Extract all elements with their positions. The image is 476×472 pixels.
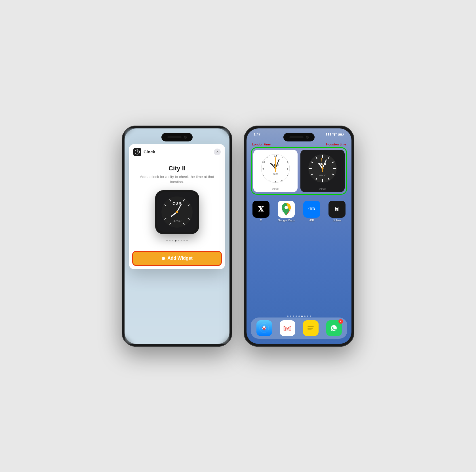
app-google-maps[interactable]: Google Maps [276, 201, 297, 222]
svg-point-3 [137, 152, 138, 152]
page-dot-4 [175, 240, 176, 242]
svg-text:11: 11 [267, 156, 270, 159]
widget-name: City II [133, 165, 221, 172]
svg-rect-29 [330, 134, 331, 136]
calc-app-icon: 🖩 [328, 201, 346, 218]
page-dots [133, 240, 221, 242]
add-widget-button[interactable]: ⊕ Add Widget [132, 251, 222, 266]
page-dot-5 [178, 240, 179, 241]
wifi-icon [332, 133, 337, 136]
dock: 1 [251, 318, 347, 339]
home-dot-5 [298, 316, 300, 317]
modal-close-button[interactable]: ✕ [214, 149, 221, 155]
svg-text:4: 4 [287, 174, 288, 177]
svg-point-30 [334, 135, 335, 136]
svg-text:8: 8 [263, 174, 264, 177]
modal-app-name: Clock [144, 149, 214, 154]
right-screen: 1:47 [247, 128, 351, 344]
svg-rect-25 [328, 133, 329, 134]
home-dot-2 [290, 316, 291, 317]
svg-text:10: 10 [262, 161, 265, 163]
svg-text:-10:30: -10:30 [319, 174, 326, 177]
houston-clock-label: Clock [319, 188, 326, 191]
london-clock-label: Clock [272, 188, 279, 191]
app-idb[interactable]: iDB iDB [302, 201, 322, 222]
svg-text:-5:30: -5:30 [273, 173, 279, 175]
svg-text:2: 2 [287, 161, 288, 163]
left-phone: Clock ✕ City II Add a clock for a city t… [122, 126, 232, 347]
home-dot-9 [310, 316, 311, 317]
page-dot-3 [172, 240, 173, 241]
london-time-label: London time [252, 143, 271, 146]
dark-clock-widget: CUP -12:30 [155, 190, 199, 234]
page-dot-1 [166, 240, 168, 241]
app-grid: 𝕏 X Google Map [251, 201, 347, 222]
modal-header: Clock ✕ [129, 144, 225, 159]
calc-app-label: Solves [333, 219, 341, 222]
maps-app-label: Google Maps [278, 219, 295, 222]
svg-text:3: 3 [287, 167, 288, 170]
status-icons [326, 133, 344, 136]
home-dot-6 [301, 316, 303, 317]
svg-rect-28 [328, 134, 329, 136]
svg-text:5: 5 [281, 179, 283, 182]
dock-safari[interactable] [254, 320, 275, 336]
home-dot-3 [293, 316, 294, 317]
x-app-icon: 𝕏 [252, 201, 269, 218]
home-dot-1 [287, 316, 288, 317]
grid-icon [326, 133, 331, 136]
add-widget-label: Add Widget [167, 256, 193, 261]
widget-modal: Clock ✕ City II Add a clock for a city t… [129, 144, 225, 269]
app-x[interactable]: 𝕏 X [251, 201, 271, 222]
home-dot-8 [307, 316, 308, 317]
london-clock-widget[interactable]: 12 3 6 9 1 2 4 5 7 8 10 11 [253, 150, 298, 192]
houston-clock-widget[interactable]: HOU -10:30 Clock [300, 150, 345, 192]
gmail-icon [280, 320, 295, 336]
clock-app-icon [133, 148, 141, 156]
left-screen: Clock ✕ City II Add a clock for a city t… [125, 128, 229, 344]
add-widget-icon: ⊕ [161, 256, 165, 261]
svg-rect-83 [307, 328, 313, 329]
status-time: 1:47 [254, 132, 260, 136]
widget-preview: CUP -12:30 [133, 190, 221, 234]
svg-text:-12:30: -12:30 [172, 219, 181, 223]
svg-text:6: 6 [275, 181, 276, 184]
svg-point-72 [285, 206, 288, 209]
modal-content: City II Add a clock for a city to check … [129, 159, 225, 249]
svg-point-23 [176, 211, 178, 213]
x-app-label: X [260, 219, 262, 222]
whatsapp-badge: 1 [338, 319, 343, 324]
app-solves[interactable]: 🖩 Solves [327, 201, 347, 222]
svg-rect-32 [339, 134, 342, 135]
notes-icon [303, 320, 319, 336]
idb-app-icon: iDB [303, 201, 320, 218]
safari-icon [256, 320, 272, 336]
svg-rect-26 [330, 133, 331, 134]
svg-rect-27 [326, 134, 327, 136]
svg-rect-24 [326, 133, 327, 134]
home-dot-4 [296, 316, 297, 317]
page-dot-8 [186, 240, 188, 241]
svg-rect-82 [307, 327, 314, 327]
svg-text:9: 9 [262, 167, 264, 170]
widget-description: Add a clock for a city to check the time… [133, 174, 221, 185]
page-dot-7 [184, 240, 185, 241]
dock-notes[interactable] [300, 320, 321, 336]
svg-text:1: 1 [282, 156, 283, 159]
svg-point-51 [275, 167, 277, 169]
dock-gmail[interactable] [277, 320, 298, 336]
battery-icon [338, 133, 344, 136]
home-dot-7 [304, 316, 306, 317]
right-phone: 1:47 [244, 126, 354, 347]
svg-text:7: 7 [268, 179, 270, 182]
home-page-dots [247, 316, 351, 317]
idb-app-label: iDB [309, 219, 314, 222]
whatsapp-icon: 1 [326, 320, 342, 336]
svg-point-70 [322, 167, 324, 169]
page-dot-6 [181, 240, 182, 241]
svg-rect-84 [307, 329, 311, 330]
dock-whatsapp[interactable]: 1 [323, 320, 344, 336]
houston-time-label: Houston time [326, 143, 346, 146]
page-dot-2 [169, 240, 170, 241]
svg-text:12: 12 [274, 154, 277, 157]
